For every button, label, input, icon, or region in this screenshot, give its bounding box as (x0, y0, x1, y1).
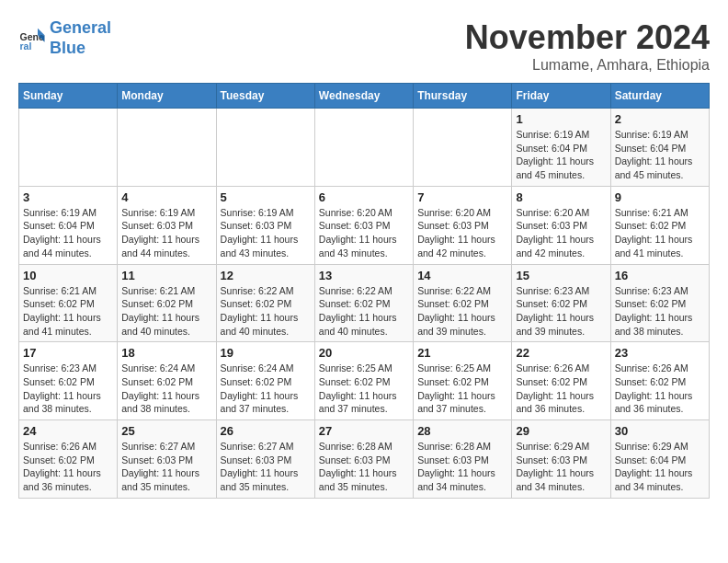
calendar-day-cell: 30Sunrise: 6:29 AM Sunset: 6:04 PM Dayli… (610, 420, 709, 499)
day-info: Sunrise: 6:22 AM Sunset: 6:02 PM Dayligh… (319, 284, 409, 339)
calendar-day-cell: 25Sunrise: 6:27 AM Sunset: 6:03 PM Dayli… (118, 420, 216, 499)
calendar-day-cell (216, 109, 314, 187)
calendar-day-cell: 13Sunrise: 6:22 AM Sunset: 6:02 PM Dayli… (314, 264, 413, 342)
day-of-week-header: Tuesday (216, 84, 314, 109)
day-number: 17 (23, 346, 113, 360)
day-number: 18 (121, 346, 211, 360)
page-header: Gene ral General Blue November 2024 Luma… (18, 18, 710, 74)
day-number: 2 (615, 112, 705, 126)
day-info: Sunrise: 6:25 AM Sunset: 6:02 PM Dayligh… (417, 362, 507, 416)
day-info: Sunrise: 6:25 AM Sunset: 6:02 PM Dayligh… (319, 362, 409, 416)
day-info: Sunrise: 6:20 AM Sunset: 6:03 PM Dayligh… (516, 206, 606, 260)
logo-general: General (50, 18, 111, 37)
day-number: 9 (615, 190, 705, 204)
logo-icon: Gene ral (18, 25, 46, 52)
day-info: Sunrise: 6:19 AM Sunset: 6:03 PM Dayligh… (221, 206, 311, 260)
day-number: 23 (615, 346, 705, 360)
calendar-day-cell: 22Sunrise: 6:26 AM Sunset: 6:02 PM Dayli… (512, 342, 610, 420)
day-info: Sunrise: 6:20 AM Sunset: 6:03 PM Dayligh… (319, 206, 409, 260)
calendar-day-cell: 8Sunrise: 6:20 AM Sunset: 6:03 PM Daylig… (512, 186, 610, 264)
day-info: Sunrise: 6:23 AM Sunset: 6:02 PM Dayligh… (23, 362, 113, 416)
day-number: 29 (516, 424, 606, 438)
calendar-day-cell (118, 109, 216, 187)
logo-text: General Blue (50, 18, 111, 58)
day-number: 13 (319, 269, 409, 282)
day-number: 1 (516, 112, 606, 126)
calendar-week-row: 1Sunrise: 6:19 AM Sunset: 6:04 PM Daylig… (19, 109, 710, 187)
calendar-day-cell: 10Sunrise: 6:21 AM Sunset: 6:02 PM Dayli… (19, 264, 118, 342)
day-info: Sunrise: 6:27 AM Sunset: 6:03 PM Dayligh… (121, 440, 211, 494)
day-of-week-header: Thursday (414, 84, 512, 109)
day-info: Sunrise: 6:24 AM Sunset: 6:02 PM Dayligh… (221, 362, 311, 416)
day-number: 24 (23, 424, 113, 438)
day-of-week-header: Friday (512, 84, 610, 109)
day-number: 7 (417, 190, 507, 204)
day-info: Sunrise: 6:21 AM Sunset: 6:02 PM Dayligh… (23, 284, 113, 339)
calendar-day-cell: 3Sunrise: 6:19 AM Sunset: 6:04 PM Daylig… (19, 186, 118, 264)
calendar-day-cell: 6Sunrise: 6:20 AM Sunset: 6:03 PM Daylig… (314, 186, 413, 264)
location-subtitle: Lumame, Amhara, Ethiopia (465, 57, 710, 74)
day-info: Sunrise: 6:26 AM Sunset: 6:02 PM Dayligh… (516, 362, 606, 416)
day-info: Sunrise: 6:23 AM Sunset: 6:02 PM Dayligh… (615, 284, 705, 339)
calendar-day-cell: 21Sunrise: 6:25 AM Sunset: 6:02 PM Dayli… (414, 342, 512, 420)
calendar-day-cell: 2Sunrise: 6:19 AM Sunset: 6:04 PM Daylig… (610, 109, 709, 187)
calendar-day-cell: 29Sunrise: 6:29 AM Sunset: 6:03 PM Dayli… (512, 420, 610, 499)
calendar-table: SundayMondayTuesdayWednesdayThursdayFrid… (18, 83, 710, 499)
day-of-week-header: Monday (118, 84, 216, 109)
calendar-day-cell: 28Sunrise: 6:28 AM Sunset: 6:03 PM Dayli… (414, 420, 512, 499)
calendar-day-cell: 12Sunrise: 6:22 AM Sunset: 6:02 PM Dayli… (216, 264, 314, 342)
calendar-header-row: SundayMondayTuesdayWednesdayThursdayFrid… (19, 84, 710, 109)
day-number: 19 (221, 346, 311, 360)
day-info: Sunrise: 6:20 AM Sunset: 6:03 PM Dayligh… (417, 206, 507, 260)
day-number: 25 (121, 424, 211, 438)
day-number: 14 (417, 269, 507, 282)
day-of-week-header: Wednesday (314, 84, 413, 109)
day-info: Sunrise: 6:22 AM Sunset: 6:02 PM Dayligh… (417, 284, 507, 339)
day-number: 3 (23, 190, 113, 204)
day-number: 5 (221, 190, 311, 204)
day-number: 30 (615, 424, 705, 438)
day-info: Sunrise: 6:19 AM Sunset: 6:03 PM Dayligh… (121, 206, 211, 260)
day-number: 20 (319, 346, 409, 360)
day-info: Sunrise: 6:19 AM Sunset: 6:04 PM Dayligh… (23, 206, 113, 260)
day-number: 8 (516, 190, 606, 204)
logo: Gene ral General Blue (18, 18, 111, 58)
day-number: 27 (319, 424, 409, 438)
svg-text:ral: ral (20, 40, 32, 52)
calendar-day-cell: 17Sunrise: 6:23 AM Sunset: 6:02 PM Dayli… (19, 342, 118, 420)
day-info: Sunrise: 6:26 AM Sunset: 6:02 PM Dayligh… (615, 362, 705, 416)
calendar-day-cell (414, 109, 512, 187)
day-number: 28 (417, 424, 507, 438)
calendar-day-cell: 7Sunrise: 6:20 AM Sunset: 6:03 PM Daylig… (414, 186, 512, 264)
day-info: Sunrise: 6:28 AM Sunset: 6:03 PM Dayligh… (319, 440, 409, 494)
day-number: 11 (121, 269, 211, 282)
day-info: Sunrise: 6:29 AM Sunset: 6:03 PM Dayligh… (516, 440, 606, 494)
day-number: 6 (319, 190, 409, 204)
month-title: November 2024 (465, 18, 710, 57)
calendar-day-cell (19, 109, 118, 187)
day-number: 22 (516, 346, 606, 360)
day-info: Sunrise: 6:28 AM Sunset: 6:03 PM Dayligh… (417, 440, 507, 494)
calendar-day-cell: 1Sunrise: 6:19 AM Sunset: 6:04 PM Daylig… (512, 109, 610, 187)
day-of-week-header: Sunday (19, 84, 118, 109)
calendar-day-cell: 15Sunrise: 6:23 AM Sunset: 6:02 PM Dayli… (512, 264, 610, 342)
day-info: Sunrise: 6:21 AM Sunset: 6:02 PM Dayligh… (121, 284, 211, 339)
calendar-day-cell: 16Sunrise: 6:23 AM Sunset: 6:02 PM Dayli… (610, 264, 709, 342)
logo-blue: Blue (50, 39, 85, 57)
calendar-day-cell: 27Sunrise: 6:28 AM Sunset: 6:03 PM Dayli… (314, 420, 413, 499)
calendar-week-row: 17Sunrise: 6:23 AM Sunset: 6:02 PM Dayli… (19, 342, 710, 420)
day-info: Sunrise: 6:21 AM Sunset: 6:02 PM Dayligh… (615, 206, 705, 260)
day-info: Sunrise: 6:26 AM Sunset: 6:02 PM Dayligh… (23, 440, 113, 494)
day-info: Sunrise: 6:19 AM Sunset: 6:04 PM Dayligh… (615, 128, 705, 182)
day-number: 15 (516, 269, 606, 282)
day-info: Sunrise: 6:23 AM Sunset: 6:02 PM Dayligh… (516, 284, 606, 339)
title-block: November 2024 Lumame, Amhara, Ethiopia (465, 18, 710, 74)
day-number: 12 (221, 269, 311, 282)
calendar-day-cell: 4Sunrise: 6:19 AM Sunset: 6:03 PM Daylig… (118, 186, 216, 264)
calendar-day-cell: 11Sunrise: 6:21 AM Sunset: 6:02 PM Dayli… (118, 264, 216, 342)
day-info: Sunrise: 6:19 AM Sunset: 6:04 PM Dayligh… (516, 128, 606, 182)
calendar-body: 1Sunrise: 6:19 AM Sunset: 6:04 PM Daylig… (19, 109, 710, 499)
calendar-week-row: 3Sunrise: 6:19 AM Sunset: 6:04 PM Daylig… (19, 186, 710, 264)
day-number: 21 (417, 346, 507, 360)
day-info: Sunrise: 6:27 AM Sunset: 6:03 PM Dayligh… (221, 440, 311, 494)
